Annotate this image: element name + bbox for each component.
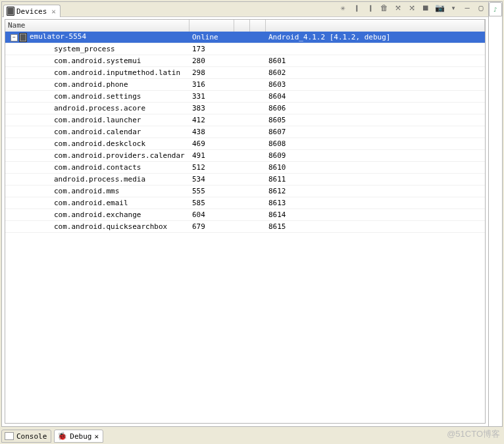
cell-pid: 412 xyxy=(189,116,234,124)
table-row[interactable]: com.android.calendar4388607 xyxy=(5,126,485,138)
close-icon[interactable]: ✕ xyxy=(51,7,56,16)
table-row[interactable]: com.android.mms5558612 xyxy=(5,185,485,197)
stop-icon[interactable]: ⏹ xyxy=(421,3,430,12)
cell-name: com.android.providers.calendar xyxy=(5,151,189,160)
cell-port: 8606 xyxy=(266,104,485,112)
cell-port: 8607 xyxy=(266,128,485,136)
table-row[interactable]: com.android.providers.calendar4918609 xyxy=(5,150,485,162)
col-status[interactable] xyxy=(189,20,234,32)
col-blank1[interactable] xyxy=(234,20,250,32)
cell-port: 8602 xyxy=(266,68,485,77)
cell-name: com.android.quicksearchbox xyxy=(5,222,189,231)
cell-port: 8613 xyxy=(266,199,485,207)
cell-pid: 298 xyxy=(189,68,234,77)
table-row[interactable]: com.android.settings3318604 xyxy=(5,91,485,103)
table-row[interactable]: com.android.inputmethod.latin2988602 xyxy=(5,67,485,79)
collapse-icon[interactable]: − xyxy=(11,34,18,41)
table-row[interactable]: com.android.systemui2808601 xyxy=(5,55,485,67)
tab-console[interactable]: Console xyxy=(1,430,51,443)
cell-pid: 534 xyxy=(189,175,234,184)
cell-pid: 438 xyxy=(189,128,234,136)
cell-name: com.android.email xyxy=(5,199,189,207)
cell-port: 8611 xyxy=(266,175,485,184)
table-row[interactable]: com.android.phone3168603 xyxy=(5,79,485,91)
table-row[interactable]: android.process.acore3838606 xyxy=(5,103,485,114)
table-row[interactable]: system_process173 xyxy=(5,43,485,55)
cell-pid: 604 xyxy=(189,210,234,219)
device-icon xyxy=(19,33,27,42)
bug-icon: 🐞 xyxy=(57,432,67,441)
cell-pid: 316 xyxy=(189,80,234,89)
cell-name: com.android.contacts xyxy=(5,163,189,172)
update-heap-icon[interactable]: ❙ xyxy=(366,3,375,12)
cell-name: com.android.mms xyxy=(5,187,189,195)
maximize-icon[interactable]: ▢ xyxy=(476,3,486,12)
tab-label: Debug xyxy=(70,432,91,441)
cell-port: 8603 xyxy=(266,80,485,89)
side-pane: ♪ xyxy=(488,1,503,427)
table-container: Name −emulator-5554OnlineAndroid_4.1.2 [… xyxy=(5,19,486,424)
cell-pid: 679 xyxy=(189,222,234,231)
toolbar: ✳❙❙🗑⤧⤨⏹📷▾—▢ xyxy=(338,3,486,12)
table-row[interactable]: com.android.exchange6048614 xyxy=(5,209,485,221)
cell-port: 8610 xyxy=(266,163,485,172)
devices-pane: Devices ✕ ✳❙❙🗑⤧⤨⏹📷▾—▢ Name −emulator-555… xyxy=(1,1,489,427)
menu-icon[interactable]: ▾ xyxy=(449,3,458,12)
table-row[interactable]: com.android.contacts5128610 xyxy=(5,162,485,174)
debug-icon[interactable]: ✳ xyxy=(338,3,347,12)
cell-port: 8615 xyxy=(266,222,485,231)
table-row[interactable]: android.process.media5348611 xyxy=(5,174,485,185)
method-icon[interactable]: ⤨ xyxy=(407,3,416,12)
thread-icon[interactable]: ⤧ xyxy=(393,3,403,12)
cell-detail: Android_4.1.2 [4.1.2, debug] xyxy=(266,33,485,41)
close-icon[interactable]: ✕ xyxy=(94,432,99,441)
dump-icon[interactable]: 🗑 xyxy=(380,3,389,12)
tab-debug[interactable]: 🐞 Debug ✕ xyxy=(54,430,103,443)
cell-name: −emulator-5554 xyxy=(5,32,189,42)
table-body[interactable]: −emulator-5554OnlineAndroid_4.1.2 [4.1.2… xyxy=(5,32,485,423)
cell-port: 8608 xyxy=(266,139,485,148)
cell-name: com.android.settings xyxy=(5,92,189,101)
side-tab-icon[interactable]: ♪ xyxy=(489,2,502,16)
cell-name: system_process xyxy=(5,45,189,53)
cell-name: com.android.exchange xyxy=(5,210,189,219)
watermark: @51CTO博客 xyxy=(447,428,500,440)
cell-port: 8612 xyxy=(266,187,485,195)
table-row[interactable]: com.android.deskclock4698608 xyxy=(5,138,485,150)
cell-port: 8609 xyxy=(266,151,485,160)
col-detail[interactable] xyxy=(266,20,485,32)
cell-port: 8605 xyxy=(266,116,485,124)
cell-name: android.process.media xyxy=(5,175,189,184)
cell-pid: 173 xyxy=(189,45,234,53)
minimize-icon[interactable]: — xyxy=(463,3,472,12)
cell-port: 8601 xyxy=(266,57,485,65)
bottom-tab-bar: Console 🐞 Debug ✕ xyxy=(1,430,103,443)
cell-name: com.android.phone xyxy=(5,80,189,89)
table-header: Name xyxy=(5,20,485,32)
cell-name: android.process.acore xyxy=(5,104,189,112)
table-row-device[interactable]: −emulator-5554OnlineAndroid_4.1.2 [4.1.2… xyxy=(5,32,485,43)
cell-pid: 512 xyxy=(189,163,234,172)
cell-name: com.android.deskclock xyxy=(5,139,189,148)
table-row[interactable]: com.android.launcher4128605 xyxy=(5,114,485,126)
table-row[interactable]: com.android.quicksearchbox6798615 xyxy=(5,221,485,233)
cell-pid: 469 xyxy=(189,139,234,148)
capture-icon[interactable]: 📷 xyxy=(435,3,444,12)
phone-icon xyxy=(7,7,14,16)
console-icon xyxy=(5,432,14,440)
tab-label: Devices xyxy=(16,7,47,16)
cell-name: com.android.systemui xyxy=(5,57,189,65)
cell-pid: 331 xyxy=(189,92,234,101)
col-name[interactable]: Name xyxy=(5,20,189,32)
cell-port: 8604 xyxy=(266,92,485,101)
cell-port: 8614 xyxy=(266,210,485,219)
cell-name: com.android.calendar xyxy=(5,128,189,136)
snapshot-icon[interactable]: ❙ xyxy=(352,3,361,12)
cell-pid: 280 xyxy=(189,57,234,65)
tab-bar: Devices ✕ ✳❙❙🗑⤧⤨⏹📷▾—▢ xyxy=(2,2,488,17)
table-row[interactable]: com.android.email5858613 xyxy=(5,197,485,209)
cell-pid: 383 xyxy=(189,104,234,112)
col-blank2[interactable] xyxy=(250,20,266,32)
cell-pid: 555 xyxy=(189,187,234,195)
tab-devices[interactable]: Devices ✕ xyxy=(3,5,61,17)
